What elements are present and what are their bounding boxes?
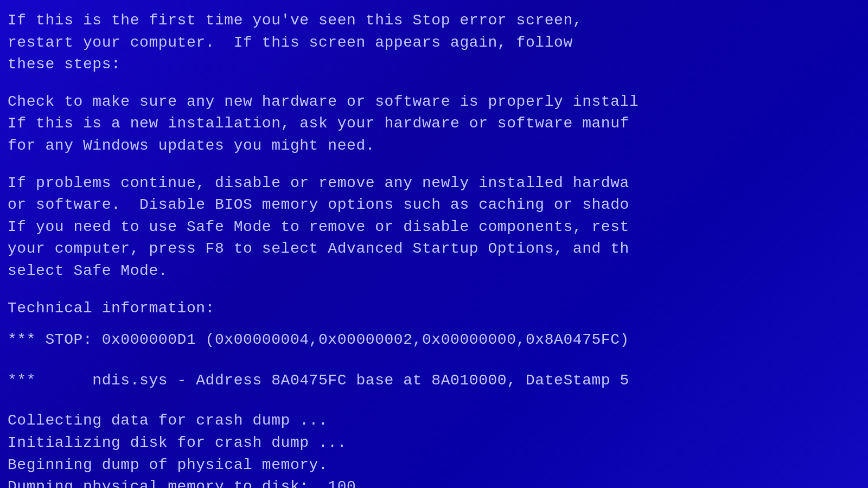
dump-beginning: Beginning dump of physical memory.	[8, 454, 860, 477]
dump-progress: Dumping physical memory to disk: 100	[8, 476, 860, 488]
dump-initializing: Initializing disk for crash dump ...	[8, 432, 860, 454]
safemode-line-2: or software. Disable BIOS memory options…	[8, 194, 860, 216]
safemode-line-4: your computer, press F8 to select Advanc…	[8, 238, 860, 260]
intro-line-3: these steps:	[8, 54, 860, 76]
stop-code-block: *** STOP: 0x000000D1 (0x00000004,0x00000…	[8, 329, 860, 351]
tech-info-header: Technical information:	[8, 298, 860, 320]
intro-line-2: restart your computer. If this screen ap…	[8, 32, 860, 54]
intro-line-1: If this is the first time you've seen th…	[8, 10, 860, 32]
dump-collecting: Collecting data for crash dump ...	[8, 410, 860, 432]
hardware-line-2: If this is a new installation, ask your …	[8, 113, 860, 135]
driver-block: *** ndis.sys - Address 8A0475FC base at …	[8, 370, 860, 392]
driver-info: *** ndis.sys - Address 8A0475FC base at …	[8, 370, 860, 392]
safemode-line-5: select Safe Mode.	[8, 260, 860, 282]
hardware-line-3: for any Windows updates you might need.	[8, 135, 860, 157]
hardware-line-1: Check to make sure any new hardware or s…	[8, 91, 860, 113]
crash-dump-block: Collecting data for crash dump ... Initi…	[8, 410, 860, 488]
stop-code: *** STOP: 0x000000D1 (0x00000004,0x00000…	[8, 329, 860, 351]
safemode-line-1: If problems continue, disable or remove …	[8, 172, 860, 195]
intro-block: If this is the first time you've seen th…	[8, 10, 860, 76]
hardware-block: Check to make sure any new hardware or s…	[8, 91, 860, 157]
safemode-line-3: If you need to use Safe Mode to remove o…	[8, 216, 860, 239]
tech-header-block: Technical information:	[8, 298, 860, 320]
safemode-block: If problems continue, disable or remove …	[8, 172, 860, 282]
bsod-screen: If this is the first time you've seen th…	[0, 0, 868, 488]
